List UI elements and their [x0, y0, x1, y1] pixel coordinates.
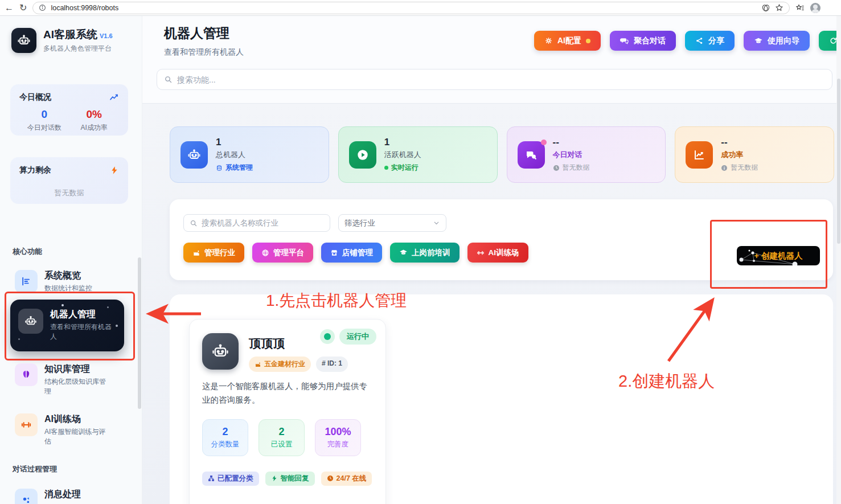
robot-tags: 已配置分类 智能回复 24/7 在线: [202, 472, 373, 486]
button-label: 店铺管理: [342, 248, 373, 258]
create-robot-button[interactable]: + 创建机器人: [737, 246, 820, 265]
menu-title-active: 机器人管理: [50, 309, 113, 321]
stat-value: 1: [384, 137, 421, 148]
today-card-title: 今日概况: [19, 92, 51, 103]
factory-icon: [192, 249, 200, 257]
menu-subtitle: 结构化层级知识库管理: [44, 377, 112, 397]
app-title: AI客服系统: [43, 28, 97, 40]
sidebar-item-system-overview[interactable]: 系统概览 数据统计和监控: [10, 267, 128, 297]
chevron-down-icon: [433, 219, 440, 227]
share-icon: [695, 36, 704, 45]
sidebar-item-ai-training[interactable]: AI训练场 AI客服智能训练与评估: [10, 410, 128, 450]
robot-icon: [18, 309, 43, 334]
stat-value: --: [553, 137, 590, 148]
tag-smart-reply: 智能回复: [265, 472, 315, 486]
ai-config-button[interactable]: AI配置: [534, 31, 601, 51]
global-search[interactable]: [157, 69, 832, 90]
metric-value: 2: [278, 426, 284, 438]
stat-label: 今日对话: [553, 150, 590, 160]
share-label: 分享: [708, 36, 724, 46]
compute-empty-text: 暂无数据: [19, 188, 119, 198]
tag-online-247: 24/7 在线: [321, 472, 372, 486]
page-title: 机器人管理: [164, 24, 244, 42]
factory-icon: [255, 361, 261, 368]
graduation-cap-icon: [754, 36, 763, 46]
app-logo: AI客服系统V1.6 多机器人角色管理平台: [11, 27, 113, 54]
refresh-icon[interactable]: ↻: [19, 3, 27, 13]
menu-subtitle-active: 查看和管理所有机器人: [50, 322, 113, 342]
metric-completeness: 100% 完善度: [315, 419, 361, 456]
profile-avatar[interactable]: [810, 3, 821, 13]
sidebar-item-knowledge-base[interactable]: 知识库管理 结构化层级知识库管理: [10, 360, 128, 400]
manage-industry-button[interactable]: 管理行业: [183, 243, 244, 263]
green-dot-icon: [384, 166, 388, 170]
robot-search-input[interactable]: [202, 219, 324, 227]
user-guide-button[interactable]: 使用向导: [744, 31, 810, 51]
compute-remaining-card: 算力剩余 暂无数据: [10, 157, 128, 204]
robot-logo-icon: [11, 28, 36, 53]
stat-card-success-rate: -- 成功率 暂无数据: [675, 126, 834, 183]
stats-row: 1 总机器人 系统管理 1 活跃机器人: [170, 126, 834, 183]
tag-label: 24/7 在线: [337, 474, 367, 483]
menu-title: AI训练场: [44, 413, 112, 425]
copilot-icon[interactable]: [761, 3, 770, 13]
button-label: 上岗前培训: [412, 248, 450, 258]
button-label: 管理行业: [204, 248, 235, 258]
industry-filter-select[interactable]: 筛选行业: [338, 214, 446, 232]
share-button[interactable]: 分享: [685, 31, 735, 51]
tag-label: 已配置分类: [218, 474, 253, 483]
stat-label: 成功率: [721, 150, 758, 160]
robot-search-field[interactable]: [183, 214, 330, 232]
ai-training-arena-button[interactable]: AI训练场: [467, 243, 528, 263]
ai-config-label: AI配置: [557, 36, 581, 46]
button-label: 管理平台: [273, 248, 304, 258]
aggregate-chat-button[interactable]: 聚合对话: [610, 31, 676, 51]
sitemap-icon: [208, 475, 215, 482]
favorite-star-icon[interactable]: [775, 3, 783, 12]
stat-value: 1: [216, 137, 253, 148]
sidebar-item-message-processing[interactable]: 消息处理: [10, 485, 128, 504]
main-scrollbar-track[interactable]: [836, 16, 841, 504]
sidebar-item-robot-management[interactable]: 机器人管理 查看和管理所有机器人: [10, 300, 124, 351]
stat-value: --: [721, 137, 758, 148]
line-chart-icon: [686, 141, 713, 169]
tag-configured-categories: 已配置分类: [202, 472, 259, 486]
metric-value: 2: [222, 426, 228, 438]
lightning-icon: [271, 475, 278, 482]
menu-title: 消息处理: [44, 489, 81, 501]
pre-job-training-button[interactable]: 上岗前培训: [390, 243, 460, 263]
search-icon: [164, 75, 173, 84]
stat-sub-label: 暂无数据: [731, 163, 758, 173]
menu-title: 系统概览: [44, 270, 92, 282]
play-icon: [349, 141, 376, 169]
metric-label: 分类数量: [211, 440, 240, 449]
shop-management-button[interactable]: 店铺管理: [321, 243, 382, 263]
status-badge: 运行中: [339, 329, 376, 345]
button-label: AI训练场: [489, 248, 519, 258]
create-robot-label: + 创建机器人: [754, 251, 803, 261]
sidebar-scrollbar[interactable]: [138, 257, 141, 409]
header-actions: AI配置 聚合对话 分享 使用向导 重启: [534, 31, 841, 51]
metric-label: 完善度: [327, 440, 349, 449]
address-bar[interactable]: localhost:9998/robots: [32, 2, 790, 14]
main-content: 机器人管理 查看和管理所有机器人 AI配置 聚合对话 分享 使用向导: [142, 16, 841, 504]
robot-card[interactable]: 运行中 顶顶顶 五金建材行业: [189, 319, 386, 504]
gear-icon: [544, 36, 553, 45]
clock-icon: [553, 165, 560, 171]
stat-card-total-robots: 1 总机器人 系统管理: [170, 126, 329, 183]
metric-categories: 2 分类数量: [202, 419, 248, 456]
main-scrollbar-thumb[interactable]: [837, 79, 840, 244]
collections-icon[interactable]: [795, 3, 805, 13]
user-guide-label: 使用向导: [768, 36, 799, 46]
metric-value: 100%: [325, 426, 351, 438]
robot-avatar: [202, 333, 239, 370]
graduation-cap-icon: [399, 248, 408, 257]
stat-card-active-robots: 1 活跃机器人 实时运行: [338, 126, 498, 183]
section-dialog-management: 对话过程管理: [13, 464, 57, 474]
manage-platform-button[interactable]: 管理平台: [252, 243, 313, 263]
back-icon[interactable]: ←: [5, 3, 14, 13]
global-search-input[interactable]: [177, 75, 825, 84]
app-subtitle: 多机器人角色管理平台: [43, 44, 113, 54]
globe-icon: [261, 249, 269, 257]
app-version: V1.6: [100, 32, 113, 39]
